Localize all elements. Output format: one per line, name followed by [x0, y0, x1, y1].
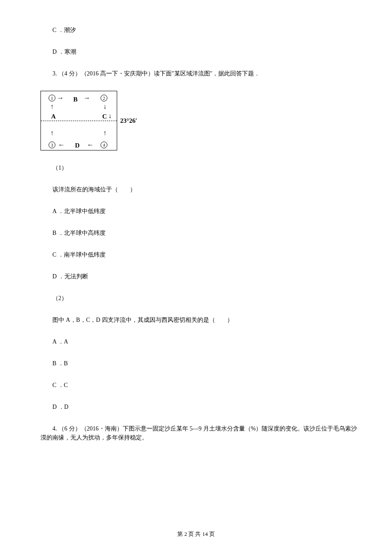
arrow-right-icon: →: [84, 95, 90, 101]
label-C: C: [102, 112, 107, 121]
q3-sub1-b: B ．北半球中高纬度: [40, 228, 360, 237]
label-A: A: [51, 112, 56, 121]
label-B: B: [73, 95, 78, 104]
node-3: 3: [49, 141, 55, 149]
option-c: C ．潮汐: [40, 26, 360, 35]
arrow-right-icon: →: [57, 95, 64, 101]
q3-stem: 3. （4 分）（2016 高一下・安庆期中）读下面"某区域洋流图"，据此回答下…: [40, 69, 360, 78]
q3-sub2-question: 图中 A，B，C，D 四支洋流中，其成因与西风密切相关的是（ ）: [40, 315, 360, 324]
label-latitude: 23°26′: [120, 116, 137, 126]
q3-sub2-c: C ．C: [40, 381, 360, 390]
diagram-box: 1 → B → 2 ↑ A C ↓ ↓ ↑ ↑ 3 ← D ← 4 23°26′: [40, 91, 117, 150]
label-D: D: [75, 141, 80, 150]
q3-sub1-d: D ．无法判断: [40, 272, 360, 281]
q3-sub1-question: 该洋流所在的海域位于（ ）: [40, 185, 360, 194]
arrow-up-icon: ↑: [50, 103, 54, 110]
ocean-current-diagram: 1 → B → 2 ↑ A C ↓ ↓ ↑ ↑ 3 ← D ← 4 23°26′: [40, 91, 360, 150]
node-2: 2: [101, 94, 107, 102]
page-footer: 第 2 页 共 14 页: [0, 530, 392, 538]
q3-sub1: （1）: [40, 163, 360, 172]
node-4: 4: [101, 141, 107, 149]
q3-sub1-c: C ．南半球中低纬度: [40, 250, 360, 259]
arrow-up-icon: ↑: [50, 130, 54, 136]
q4-stem: 4. （6 分）（2016・海南）下图示意一固定沙丘某年 5—9 月土壤水分含量…: [40, 424, 360, 442]
option-d: D ．寒潮: [40, 47, 360, 56]
q3-sub2-d: D ．D: [40, 402, 360, 411]
node-1: 1: [49, 94, 55, 102]
q3-sub2-b: B ．B: [40, 359, 360, 368]
arrow-up-icon: ↑: [103, 130, 107, 136]
arrow-left-icon: ←: [58, 142, 65, 148]
arrow-down-icon: ↓: [103, 103, 107, 110]
q3-sub2: （2）: [40, 294, 360, 303]
q3-sub2-a: A ．A: [40, 337, 360, 346]
arrow-down-icon: ↓: [108, 113, 112, 119]
arrow-left-icon: ←: [87, 142, 94, 148]
q3-sub1-a: A ．北半球中低纬度: [40, 207, 360, 216]
